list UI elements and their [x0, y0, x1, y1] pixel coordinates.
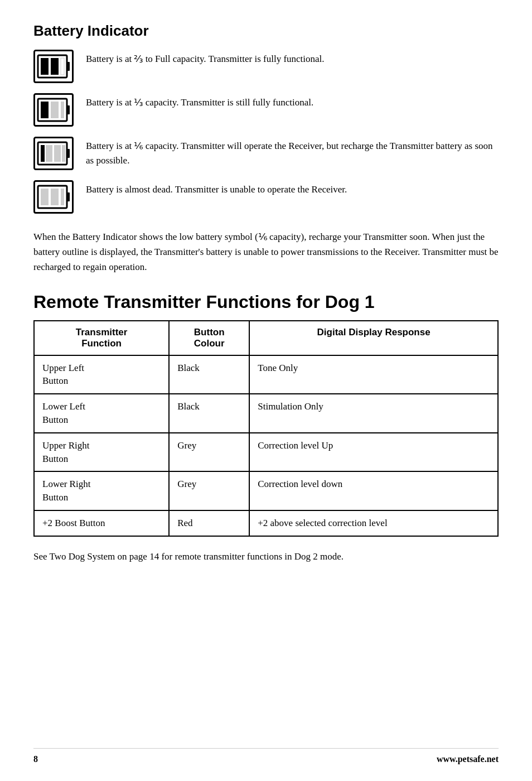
- svg-rect-2: [41, 58, 49, 75]
- svg-rect-8: [51, 102, 59, 118]
- cell-response-1: Tone Only: [249, 355, 498, 394]
- col-header-response: Digital Display Response: [249, 321, 498, 355]
- footer-note: See Two Dog System on page 14 for remote…: [33, 549, 499, 564]
- battery-text-one-sixth: Battery is at ⅙ capacity. Transmitter wi…: [86, 137, 499, 167]
- table-row: +2 Boost Button Red +2 above selected co…: [34, 510, 498, 536]
- svg-rect-15: [62, 145, 65, 162]
- svg-rect-9: [61, 102, 64, 118]
- remote-title: Remote Transmitter Functions for Dog 1: [33, 292, 499, 312]
- svg-rect-13: [46, 145, 52, 162]
- battery-description: When the Battery Indicator shows the low…: [33, 229, 499, 275]
- svg-rect-6: [67, 105, 70, 114]
- battery-text-one-third: Battery is at ⅓ capacity. Transmitter is…: [86, 93, 313, 110]
- page-number: 8: [33, 754, 38, 764]
- battery-icon-one-third: [33, 93, 74, 127]
- svg-rect-20: [61, 189, 64, 205]
- cell-colour-5: Red: [169, 510, 249, 536]
- battery-section: Battery Indicator Battery is at ⅔ to Ful…: [33, 22, 499, 214]
- page-url: www.petsafe.net: [437, 754, 499, 764]
- svg-rect-11: [67, 149, 70, 158]
- cell-function-4: Lower RightButton: [34, 471, 169, 510]
- cell-colour-1: Black: [169, 355, 249, 394]
- battery-item-empty: Battery is almost dead. Transmitter is u…: [33, 180, 499, 214]
- cell-function-3: Upper RightButton: [34, 433, 169, 472]
- table-row: Lower RightButton Grey Correction level …: [34, 471, 498, 510]
- battery-icon-empty: [33, 180, 74, 214]
- page-footer: 8 www.petsafe.net: [33, 748, 499, 764]
- table-row: Lower LeftButton Black Stimulation Only: [34, 394, 498, 433]
- battery-icon-two-thirds: [33, 50, 74, 83]
- svg-rect-14: [54, 145, 61, 162]
- battery-title: Battery Indicator: [33, 22, 499, 40]
- remote-section: Remote Transmitter Functions for Dog 1 T…: [33, 292, 499, 564]
- svg-rect-3: [51, 58, 59, 75]
- battery-item-one-sixth: Battery is at ⅙ capacity. Transmitter wi…: [33, 137, 499, 170]
- functions-table: TransmitterFunction ButtonColour Digital…: [33, 320, 499, 537]
- battery-item-one-third: Battery is at ⅓ capacity. Transmitter is…: [33, 93, 499, 127]
- battery-text-two-thirds: Battery is at ⅔ to Full capacity. Transm…: [86, 50, 325, 66]
- battery-icon-one-sixth: [33, 137, 74, 170]
- battery-text-empty: Battery is almost dead. Transmitter is u…: [86, 180, 347, 197]
- battery-item-two-thirds: Battery is at ⅔ to Full capacity. Transm…: [33, 50, 499, 83]
- cell-function-2: Lower LeftButton: [34, 394, 169, 433]
- svg-rect-17: [67, 192, 70, 201]
- cell-colour-2: Black: [169, 394, 249, 433]
- svg-rect-7: [41, 102, 49, 118]
- col-header-colour: ButtonColour: [169, 321, 249, 355]
- cell-function-5: +2 Boost Button: [34, 510, 169, 536]
- cell-response-5: +2 above selected correction level: [249, 510, 498, 536]
- cell-response-2: Stimulation Only: [249, 394, 498, 433]
- table-row: Upper RightButton Grey Correction level …: [34, 433, 498, 472]
- cell-response-3: Correction level Up: [249, 433, 498, 472]
- cell-function-1: Upper LeftButton: [34, 355, 169, 394]
- col-header-function: TransmitterFunction: [34, 321, 169, 355]
- cell-colour-3: Grey: [169, 433, 249, 472]
- table-header-row: TransmitterFunction ButtonColour Digital…: [34, 321, 498, 355]
- svg-rect-1: [67, 62, 70, 71]
- table-row: Upper LeftButton Black Tone Only: [34, 355, 498, 394]
- svg-rect-19: [51, 189, 59, 205]
- svg-rect-18: [41, 189, 49, 205]
- cell-response-4: Correction level down: [249, 471, 498, 510]
- svg-rect-12: [41, 145, 45, 162]
- svg-rect-4: [61, 58, 64, 75]
- cell-colour-4: Grey: [169, 471, 249, 510]
